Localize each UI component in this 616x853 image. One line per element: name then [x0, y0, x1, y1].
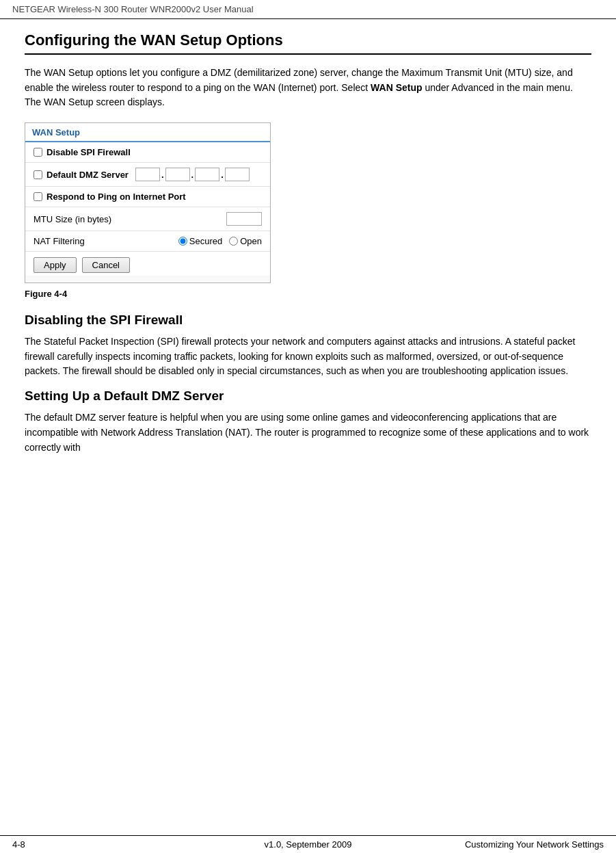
nat-label: NAT Filtering	[34, 236, 102, 246]
intro-bold: WAN Setup	[371, 82, 422, 93]
wan-setup-box: WAN Setup Disable SPI Firewall Default D…	[25, 122, 271, 283]
disabling-spi-text: The Stateful Packet Inspection (SPI) fir…	[25, 334, 591, 379]
dmz-ip-fields: 192 . 168 . 1 . 0	[135, 168, 250, 181]
cancel-button[interactable]: Cancel	[82, 257, 130, 273]
nat-secured-option[interactable]: Secured	[178, 236, 222, 246]
footer-right: Customizing Your Network Settings	[465, 839, 604, 850]
page-header: NETGEAR Wireless-N 300 Router WNR2000v2 …	[0, 0, 616, 19]
dmz-ip-octet1[interactable]: 192	[135, 168, 160, 181]
dmz-server-row: Default DMZ Server 192 . 168 . 1 . 0	[25, 163, 270, 187]
nat-open-radio[interactable]	[229, 237, 238, 246]
nat-secured-label: Secured	[189, 236, 222, 246]
disable-spi-checkbox[interactable]	[34, 148, 42, 157]
dmz-setup-title: Setting Up a Default DMZ Server	[25, 389, 591, 404]
disabling-spi-title: Disabling the SPI Firewall	[25, 313, 591, 328]
disable-spi-row: Disable SPI Firewall	[25, 142, 270, 163]
nat-open-label: Open	[240, 236, 262, 246]
wan-setup-title-text: WAN Setup	[32, 127, 80, 137]
dmz-ip-octet4[interactable]: 0	[225, 168, 250, 181]
dmz-ip-octet2[interactable]: 168	[165, 168, 190, 181]
nat-secured-radio[interactable]	[178, 237, 187, 246]
figure-caption: Figure 4-4	[25, 289, 591, 299]
dmz-server-checkbox[interactable]	[34, 170, 42, 179]
mtu-label: MTU Size (in bytes)	[34, 214, 111, 224]
respond-ping-row: Respond to Ping on Internet Port	[25, 187, 270, 207]
footer-left: 4-8	[12, 839, 25, 850]
intro-paragraph: The WAN Setup options let you configure …	[25, 66, 591, 110]
ip-dot-2: .	[191, 170, 194, 180]
wan-buttons-row: Apply Cancel	[25, 252, 270, 276]
header-text: NETGEAR Wireless-N 300 Router WNR2000v2 …	[12, 4, 254, 14]
ip-dot-3: .	[221, 170, 224, 180]
apply-button[interactable]: Apply	[34, 257, 77, 273]
respond-ping-label[interactable]: Respond to Ping on Internet Port	[46, 192, 186, 202]
wan-setup-container: WAN Setup Disable SPI Firewall Default D…	[25, 122, 591, 283]
dmz-ip-octet3[interactable]: 1	[195, 168, 219, 181]
mtu-input[interactable]: 1500	[226, 212, 262, 226]
page-footer: 4-8 v1.0, September 2009 Customizing You…	[0, 835, 616, 853]
wan-setup-title: WAN Setup	[25, 123, 270, 142]
nat-filtering-row: NAT Filtering Secured Open	[25, 231, 270, 252]
main-title: Configuring the WAN Setup Options	[25, 31, 591, 55]
footer-center: v1.0, September 2009	[265, 839, 352, 850]
respond-ping-checkbox[interactable]	[34, 192, 42, 201]
ip-dot-1: .	[161, 170, 164, 180]
nat-open-option[interactable]: Open	[229, 236, 262, 246]
main-content: Configuring the WAN Setup Options The WA…	[0, 19, 616, 477]
mtu-row: MTU Size (in bytes) 1500	[25, 207, 270, 231]
disable-spi-label[interactable]: Disable SPI Firewall	[46, 147, 131, 157]
dmz-setup-text: The default DMZ server feature is helpfu…	[25, 410, 591, 455]
dmz-server-label[interactable]: Default DMZ Server	[46, 170, 129, 180]
nat-options: Secured Open	[178, 236, 262, 246]
